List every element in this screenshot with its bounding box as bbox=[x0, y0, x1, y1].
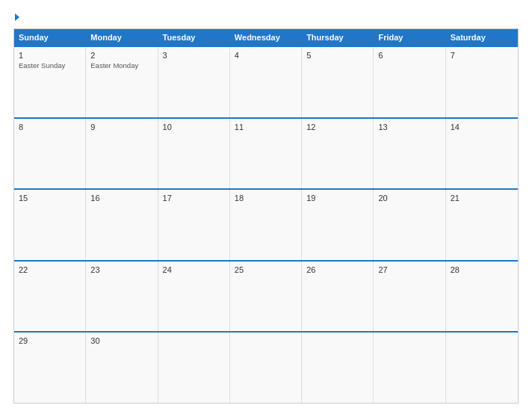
calendar-cell: 1Easter Sunday bbox=[14, 47, 86, 117]
calendar-week: 891011121314 bbox=[14, 117, 518, 189]
calendar-cell bbox=[230, 333, 302, 403]
day-number: 19 bbox=[306, 194, 368, 203]
calendar-cell bbox=[374, 333, 445, 403]
calendar-cell: 24 bbox=[158, 262, 230, 332]
calendar-event: Easter Monday bbox=[90, 61, 152, 70]
day-number: 18 bbox=[235, 194, 297, 203]
calendar-header-cell: Saturday bbox=[446, 29, 518, 46]
calendar-cell: 3 bbox=[158, 47, 230, 117]
calendar-header-cell: Thursday bbox=[302, 29, 374, 46]
calendar-cell: 13 bbox=[374, 119, 445, 189]
calendar-cell bbox=[446, 333, 518, 403]
day-number: 2 bbox=[90, 51, 152, 60]
calendar-cell: 19 bbox=[302, 190, 374, 260]
calendar-cell: 20 bbox=[374, 190, 445, 260]
calendar-event: Easter Sunday bbox=[19, 61, 81, 70]
calendar-week: 2930 bbox=[14, 331, 518, 403]
day-number: 30 bbox=[90, 336, 152, 345]
day-number: 29 bbox=[19, 336, 81, 345]
day-number: 10 bbox=[163, 123, 225, 132]
calendar-header-cell: Sunday bbox=[14, 29, 86, 46]
calendar-cell bbox=[302, 333, 374, 403]
calendar-cell: 21 bbox=[446, 190, 518, 260]
calendar-cell: 17 bbox=[158, 190, 230, 260]
day-number: 3 bbox=[163, 51, 225, 60]
day-number: 4 bbox=[235, 51, 297, 60]
calendar-cell: 22 bbox=[14, 262, 86, 332]
day-number: 6 bbox=[378, 51, 440, 60]
calendar-header-cell: Monday bbox=[86, 29, 158, 46]
calendar-cell: 16 bbox=[86, 190, 158, 260]
calendar-cell: 30 bbox=[86, 333, 158, 403]
day-number: 14 bbox=[451, 123, 513, 132]
calendar-cell: 28 bbox=[446, 262, 518, 332]
header bbox=[13, 13, 519, 21]
day-number: 13 bbox=[378, 123, 440, 132]
calendar-header-cell: Friday bbox=[374, 29, 445, 46]
calendar-header-cell: Wednesday bbox=[230, 29, 302, 46]
day-number: 23 bbox=[90, 265, 152, 274]
calendar-cell: 14 bbox=[446, 119, 518, 189]
calendar-week: 15161718192021 bbox=[14, 188, 518, 260]
day-number: 28 bbox=[451, 265, 513, 274]
page: SundayMondayTuesdayWednesdayThursdayFrid… bbox=[0, 0, 532, 411]
calendar-week: 22232425262728 bbox=[14, 260, 518, 332]
calendar-header: SundayMondayTuesdayWednesdayThursdayFrid… bbox=[14, 29, 518, 46]
calendar-cell: 27 bbox=[374, 262, 445, 332]
day-number: 11 bbox=[235, 123, 297, 132]
calendar: SundayMondayTuesdayWednesdayThursdayFrid… bbox=[13, 28, 519, 404]
calendar-cell: 7 bbox=[446, 47, 518, 117]
calendar-cell: 26 bbox=[302, 262, 374, 332]
day-number: 20 bbox=[378, 194, 440, 203]
logo-triangle-icon bbox=[15, 13, 19, 21]
calendar-cell: 6 bbox=[374, 47, 445, 117]
calendar-cell: 29 bbox=[14, 333, 86, 403]
day-number: 7 bbox=[451, 51, 513, 60]
day-number: 5 bbox=[306, 51, 368, 60]
day-number: 17 bbox=[163, 194, 225, 203]
calendar-cell: 15 bbox=[14, 190, 86, 260]
calendar-body: 1Easter Sunday2Easter Monday345678910111… bbox=[14, 46, 518, 403]
calendar-cell: 4 bbox=[230, 47, 302, 117]
day-number: 26 bbox=[306, 265, 368, 274]
day-number: 9 bbox=[90, 123, 152, 132]
calendar-cell: 25 bbox=[230, 262, 302, 332]
calendar-cell: 8 bbox=[14, 119, 86, 189]
calendar-cell: 5 bbox=[302, 47, 374, 117]
day-number: 1 bbox=[19, 51, 81, 60]
calendar-cell: 9 bbox=[86, 119, 158, 189]
calendar-week: 1Easter Sunday2Easter Monday34567 bbox=[14, 46, 518, 117]
calendar-cell bbox=[158, 333, 230, 403]
day-number: 16 bbox=[90, 194, 152, 203]
calendar-header-cell: Tuesday bbox=[158, 29, 230, 46]
day-number: 25 bbox=[235, 265, 297, 274]
day-number: 12 bbox=[306, 123, 368, 132]
day-number: 24 bbox=[163, 265, 225, 274]
day-number: 27 bbox=[378, 265, 440, 274]
day-number: 22 bbox=[19, 265, 81, 274]
calendar-cell: 11 bbox=[230, 119, 302, 189]
calendar-cell: 10 bbox=[158, 119, 230, 189]
logo-blue-text bbox=[13, 13, 19, 21]
day-number: 8 bbox=[19, 123, 81, 132]
calendar-cell: 18 bbox=[230, 190, 302, 260]
calendar-cell: 23 bbox=[86, 262, 158, 332]
calendar-cell: 2Easter Monday bbox=[86, 47, 158, 117]
logo bbox=[13, 13, 19, 21]
calendar-cell: 12 bbox=[302, 119, 374, 189]
day-number: 21 bbox=[451, 194, 513, 203]
day-number: 15 bbox=[19, 194, 81, 203]
